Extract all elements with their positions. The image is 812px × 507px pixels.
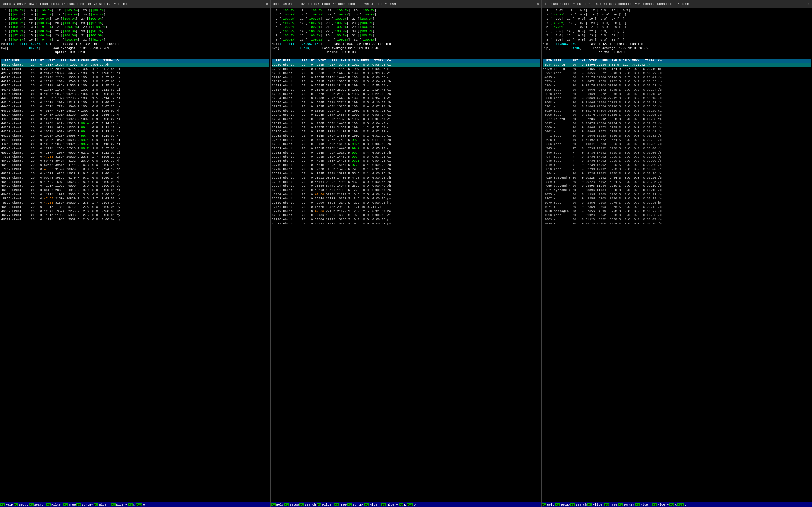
process-row[interactable]: 971 systemd-r 20 0 23896 11984 8060 S 0.… [543, 188, 811, 192]
process-row[interactable]: 44320 ubuntu 20 0 1117M 1082M 12356 R 99… [1, 126, 269, 130]
process-row[interactable]: 44167 ubuntu 20 0 1060M 1028M 15608 R 99… [1, 134, 269, 138]
process-row[interactable]: 5097 root 20 0 2647M 48084 32224 S 0.0 0… [543, 121, 811, 126]
close-button-1[interactable]: ✕ [266, 1, 268, 6]
process-row[interactable]: 46407 ubuntu 20 0 121M 11920 5800 R 3.9 … [1, 184, 269, 188]
process-row[interactable]: 7817 ubuntu 20 0 47.66 3150M 20820 S 9.8… [1, 167, 269, 172]
process-row[interactable]: 44345 ubuntu 20 0 1241M 1201M 12348 R 10… [1, 101, 269, 105]
footer-item-f4[interactable]: F4Filter [46, 503, 63, 506]
footer-item-f7[interactable]: F7Nice - [364, 503, 382, 506]
process-row[interactable]: 849 root RT 0 273M 17992 8200 S 0.0 0.0 … [543, 163, 811, 167]
footer-item-f6[interactable]: F6SortBy [618, 503, 635, 506]
footer-item-f1[interactable]: F1Help [0, 503, 13, 506]
process-row[interactable]: 5777 ubuntu 20 0 7236 592 528 S 0.0 0.0 … [543, 117, 811, 121]
process-row[interactable]: 44258 ubuntu 20 0 1090M 1057M 16216 R 99… [1, 129, 269, 134]
process-row[interactable]: 32861 ubuntu 20 0 1061M 1028M 14448 R 99… [272, 147, 540, 151]
process-row[interactable]: 32836 ubuntu 20 0 390M 340M 16104 R 99.4… [272, 142, 540, 147]
process-row[interactable]: 45925 ubuntu 20 0 237M 207M 9656 R 62.1 … [1, 151, 269, 155]
footer-item-f10[interactable]: F10Q [677, 503, 687, 506]
process-row[interactable]: 46582 ubuntu 20 0 41500 16072 13628 R 5.… [1, 180, 269, 184]
process-row[interactable]: 46493 ubuntu 20 0 50572 39516 4144 R 16.… [1, 163, 269, 167]
process-row[interactable]: 32798 ubuntu 20 0 1063M 1013M 14448 R 10… [272, 75, 540, 80]
footer-item-f8[interactable]: F8Nice + [382, 503, 399, 506]
process-row[interactable]: 44395 ubuntu 20 0 1064M 1038M 16928 R 10… [1, 117, 269, 121]
process-row[interactable]: 32910 ubuntu 20 0 202M 156M 15980 R 79.8… [272, 167, 540, 172]
process-row[interactable]: 666 root 20 0 19344 5780 3956 S 0.0 0.0 … [543, 142, 811, 147]
process-row[interactable]: 32710 ubuntu 20 0 534M 489M 16164 R 97.4… [272, 163, 540, 167]
process-row[interactable]: 32875 ubuntu 20 0 391M 342M 16088 R 100.… [272, 79, 540, 83]
process-row[interactable]: 8827 ubuntu 20 0 47.66 3150M 20820 S 2.6… [1, 201, 269, 205]
process-row[interactable]: 44241 ubuntu 20 0 1176M 1143M 9732 R 100… [1, 88, 269, 92]
process-row[interactable]: 4095 root 20 0 3517M 84304 53116 S 0.7 0… [543, 75, 811, 80]
process-row[interactable]: 43214 ubuntu 20 0 1446M 1381M 22180 R 10… [1, 113, 269, 117]
process-row[interactable]: 32701 ubuntu 20 0 514M 466M 16176 R 99.4… [272, 151, 540, 155]
process-row[interactable]: 32757 ubuntu 20 0 479M 432M 16168 R 100.… [272, 105, 540, 109]
process-row[interactable]: 9219 ubuntu 20 0 47.66 2916M 21192 S 2.0… [272, 209, 540, 214]
process-row[interactable]: 5999 root 20 0 696M 8572 6348 S 0.0 0.0 … [543, 126, 811, 130]
footer-item-f5[interactable]: F5Tree [63, 503, 77, 506]
process-row[interactable]: 1070 root 20 0 235M 9300 8276 S 0.0 0.0 … [543, 201, 811, 205]
process-row[interactable]: 32902 ubuntu 20 0 314M 276M 14388 R 100.… [272, 134, 540, 138]
process-row[interactable]: 43895 ubuntu 20 0 1118M 1085M 21556 R 10… [1, 83, 269, 88]
process-row[interactable]: 42839 ubuntu 20 0 2012M 1980M 6972 R 100… [1, 71, 269, 75]
footer-item-f1[interactable]: F1Help [542, 503, 555, 506]
process-row[interactable]: 32878 ubuntu 20 0 961M 920M 14372 R 100.… [272, 117, 540, 121]
process-row[interactable]: 44485 ubuntu 20 0 751M 721M 9840 R 100. … [1, 105, 269, 109]
process-row[interactable]: 32899 ubuntu 20 0 359M 331M 14400 R 100.… [272, 129, 540, 134]
process-row[interactable]: 1074 root 20 0 235M 9300 8276 S 0.0 0.0 … [543, 205, 811, 209]
process-row[interactable]: 44205 ubuntu 20 0 1766M 1732M 12736 R 10… [1, 96, 269, 101]
process-row[interactable]: 44393 ubuntu 20 0 2247M 2215M 9836 R 100… [1, 75, 269, 80]
process-row[interactable]: 43540 ubuntu 20 0 1299M 1233M 22016 R 98… [1, 147, 269, 151]
process-row[interactable]: 32934 ubuntu 20 0 86668 57740 14944 R 26… [272, 184, 540, 188]
footer-item-f7[interactable]: F7Nice - [635, 503, 652, 506]
process-row[interactable]: 5997 root 20 0 8656 8572 6348 S 0.0 0.1 … [543, 71, 811, 75]
selected-process[interactable]: 6844 ubuntu 20 0 1439M 30184 R 51.6 1.2 … [543, 63, 811, 67]
footer-item-f1[interactable]: F1Help [271, 503, 284, 506]
process-row[interactable]: 889 root 20 0 90228 6192 5424 S 0.0 0.0 … [543, 180, 811, 184]
footer-item-f8[interactable]: F8Nice + [652, 503, 669, 506]
process-row[interactable]: 32932 ubuntu 20 0 29932 13236 6176 S 0.5… [272, 222, 540, 226]
process-row[interactable]: 44214 ubuntu 20 0 846M 812M 15816 R 99.4… [1, 121, 269, 126]
process-row[interactable]: 6002 root 20 0 696M 8572 6348 S 0.0 0.0 … [543, 129, 811, 134]
footer-item-f2[interactable]: F2Setup [13, 503, 29, 506]
process-row[interactable]: 1 root 20 0 164M 12620 8216 S 0.0 0.0 0:… [543, 134, 811, 138]
process-row[interactable]: 1085 root 20 0 79136 29408 7264 S 0.0 0.… [543, 222, 811, 226]
process-row[interactable]: 44394 ubuntu 20 0 1090M 1050M 10748 R 10… [1, 92, 269, 96]
process-row[interactable]: 628 root 19 -1 51492 10772 9664 S 0.0 0.… [543, 138, 811, 142]
process-row[interactable]: 7806 ubuntu 20 0 47.66 3150M 20820 S 23.… [1, 155, 269, 159]
process-row[interactable]: 8822 ubuntu 20 0 47.66 3150M 20820 S 2.6… [1, 196, 269, 201]
process-row[interactable]: 1075 root 20 0 193M 9300 8276 S 0.0 0.0 … [543, 192, 811, 196]
footer-item-f6[interactable]: F6SortBy [77, 503, 94, 506]
footer-item-f3[interactable]: F3Search [570, 503, 587, 506]
process-row[interactable]: 44396 ubuntu 20 0 1234M 1200M 9740 R 100… [1, 79, 269, 83]
process-row[interactable]: 32858 ubuntu 20 0 366M 366M 14468 R 100.… [272, 71, 540, 75]
process-row[interactable]: 32884 ubuntu 20 0 898M 868M 14468 R 99.4… [272, 155, 540, 159]
process-row[interactable]: 31733 ubuntu 20 0 2908M 2817M 18448 R 10… [272, 83, 540, 88]
process-row[interactable]: 32070 ubuntu 20 0 1457M 1412M 24692 R 10… [272, 126, 540, 130]
selected-process[interactable]: 32860 ubuntu 20 0 933M 431M 8943 R 101. … [272, 63, 540, 67]
process-row[interactable]: 7164 ubuntu 20 0 1557M 1373M 29488 S 1.1… [272, 205, 540, 209]
process-row[interactable]: 32923 ubuntu 20 0 29944 12188 6128 S 3.9… [272, 196, 540, 201]
process-row[interactable]: 1078 messagebu 20 0 7656 4596 3920 S 0.0… [543, 209, 811, 214]
process-row[interactable]: 5759 root 20 0 8472 4556 2932 S 0.0 0.1 … [543, 79, 811, 83]
process-row[interactable]: 32647 ubuntu 20 0 782M 737M 17592 R 99.4… [272, 138, 540, 142]
process-row[interactable]: 847 root RT 0 273M 17992 8200 S 0.0 0.0 … [543, 155, 811, 159]
process-row[interactable]: 32679 ubuntu 20 0 606M 521M 22744 R 100.… [272, 101, 540, 105]
process-row[interactable]: 46579 ubuntu 20 0 121M 11988 5852 S 2.6 … [1, 217, 269, 222]
process-row[interactable]: 3908 root 20 0 2106M 42764 29012 S 0.0 0… [543, 101, 811, 105]
process-row[interactable]: 5898 root 20 0 3517M 84304 53116 S 0.0 0… [543, 113, 811, 117]
close-button-2[interactable]: ✕ [537, 1, 539, 6]
process-row[interactable]: 46481 ubuntu 20 0 121M 11992 5868 S 3.3 … [1, 192, 269, 196]
process-row[interactable]: 850 root RT 0 273M 17992 8200 S 0.0 0.0 … [543, 167, 811, 172]
footer-item-f5[interactable]: F5Tree [605, 503, 618, 506]
process-row[interactable]: 44249 ubuntu 20 0 1090M 1069M 19324 R 98… [1, 142, 269, 147]
process-row[interactable]: 32864 ubuntu 20 0 1030M 989M 14468 R 100… [272, 96, 540, 101]
process-row[interactable]: 915 systemd-t 20 0 90228 6192 5424 S 0.0… [543, 176, 811, 180]
process-row[interactable]: 46588 ubuntu 20 0 35108 23692 4016 R 3.9… [1, 188, 269, 192]
process-row[interactable]: 32510 ubuntu 20 0 9900 5696 3148 S 2.0 0… [272, 201, 540, 205]
process-row[interactable]: 43972 ubuntu 20 0 2034M 2000M 9716 R 100… [1, 67, 269, 71]
process-row[interactable]: 44308 ubuntu 20 0 1090M 1057M 15608 R 99… [1, 138, 269, 142]
footer-item-f9[interactable]: F9K [128, 503, 136, 506]
footer-item-f5[interactable]: F5Tree [334, 503, 347, 506]
process-row[interactable]: 848 root RT 0 273M 17992 8200 S 0.0 0.0 … [543, 159, 811, 163]
process-row[interactable]: 32937 ubuntu 20 0 43768 18400 14000 R 7.… [272, 188, 540, 192]
